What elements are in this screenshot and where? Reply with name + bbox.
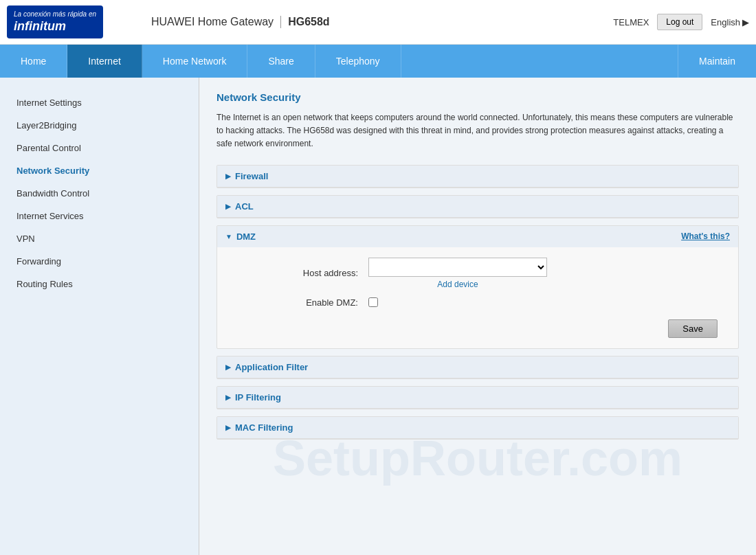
dmz-arrow-icon: ▼ [225,233,232,240]
language-label: English [711,17,740,27]
enable-dmz-control [368,297,378,307]
application-filter-arrow-icon: ▶ [225,363,231,371]
enable-dmz-row: Enable DMZ: [231,297,724,308]
header: La conexión más rápida en infinitum HUAW… [0,0,756,45]
ip-filtering-header[interactable]: ▶ IP Filtering [217,387,738,409]
firewall-panel: ▶ Firewall [216,165,739,188]
application-filter-header[interactable]: ▶ Application Filter [217,356,738,378]
nav-item-home-network[interactable]: Home Network [142,45,248,78]
application-filter-label: Application Filter [235,362,308,372]
nav-item-maintain[interactable]: Maintain [678,45,756,78]
router-model: HG658d [280,16,329,28]
enable-dmz-label: Enable DMZ: [231,297,368,308]
nav-item-home[interactable]: Home [0,45,67,78]
host-address-select[interactable] [368,258,547,277]
logo-brand: infinitum [14,19,96,34]
logout-button[interactable]: Log out [657,14,702,30]
host-address-control: Add device [368,258,547,289]
mac-filtering-label: MAC Filtering [235,422,293,433]
dmz-panel: ▼ DMZ What's this? Host address: Add dev… [216,225,739,349]
sidebar-item-internet-services[interactable]: Internet Services [0,205,199,227]
header-right: TELMEX Log out English ▶ [613,14,749,30]
acl-panel: ▶ ACL [216,195,739,218]
page-title: Network Security [216,91,739,103]
main-layout: Internet Settings Layer2Bridging Parenta… [0,78,756,555]
main-navigation: Home Internet Home Network Share Telepho… [0,45,756,78]
application-filter-panel: ▶ Application Filter [216,356,739,379]
host-address-row: Host address: Add device [231,258,724,289]
add-device-link[interactable]: Add device [368,280,547,289]
sidebar-item-vpn[interactable]: VPN [0,227,199,250]
acl-header[interactable]: ▶ ACL [217,196,738,218]
firewall-header[interactable]: ▶ Firewall [217,166,738,188]
nav-item-internet[interactable]: Internet [67,45,142,78]
nav-item-share[interactable]: Share [247,45,315,78]
ip-filtering-arrow-icon: ▶ [225,394,231,401]
dmz-label: DMZ [236,231,256,242]
mac-filtering-header[interactable]: ▶ MAC Filtering [217,417,738,439]
sidebar-item-bandwidth-control[interactable]: Bandwidth Control [0,182,199,205]
logo-tagline: La conexión más rápida en [14,10,96,19]
sidebar-item-network-security[interactable]: Network Security [0,159,199,182]
sidebar-item-internet-settings[interactable]: Internet Settings [0,91,199,114]
language-arrow-icon: ▶ [742,17,749,27]
page-description: The Internet is an open network that kee… [216,111,739,151]
router-title: HUAWEI Home Gateway [151,16,274,28]
acl-label: ACL [235,201,254,212]
ip-filtering-panel: ▶ IP Filtering [216,386,739,409]
sidebar-item-forwarding[interactable]: Forwarding [0,250,199,273]
logo-box: La conexión más rápida en infinitum [7,5,103,38]
sidebar-item-parental-control[interactable]: Parental Control [0,137,199,159]
acl-arrow-icon: ▶ [225,203,231,210]
dmz-header[interactable]: ▼ DMZ What's this? [217,226,738,247]
sidebar-item-layer2bridging[interactable]: Layer2Bridging [0,114,199,137]
content-area: Network Security The Internet is an open… [199,78,756,555]
sidebar: Internet Settings Layer2Bridging Parenta… [0,78,199,555]
brand-text: infinitum [14,19,66,33]
save-row: Save [231,316,724,338]
dmz-body: Host address: Add device Enable DMZ: [217,247,738,348]
logo-area: La conexión más rápida en infinitum [7,5,144,38]
enable-dmz-checkbox[interactable] [368,297,378,307]
whats-this-link[interactable]: What's this? [681,231,730,241]
sidebar-item-routing-rules[interactable]: Routing Rules [0,273,199,295]
firewall-label: Firewall [235,171,268,181]
firewall-arrow-icon: ▶ [225,172,231,180]
language-selector[interactable]: English ▶ [711,17,749,27]
telmex-label: TELMEX [613,17,649,27]
save-button[interactable]: Save [668,319,718,338]
mac-filtering-arrow-icon: ▶ [225,424,231,431]
host-address-label: Host address: [231,268,368,278]
nav-item-telephony[interactable]: Telephony [315,45,401,78]
ip-filtering-label: IP Filtering [235,392,281,403]
mac-filtering-panel: ▶ MAC Filtering [216,416,739,440]
